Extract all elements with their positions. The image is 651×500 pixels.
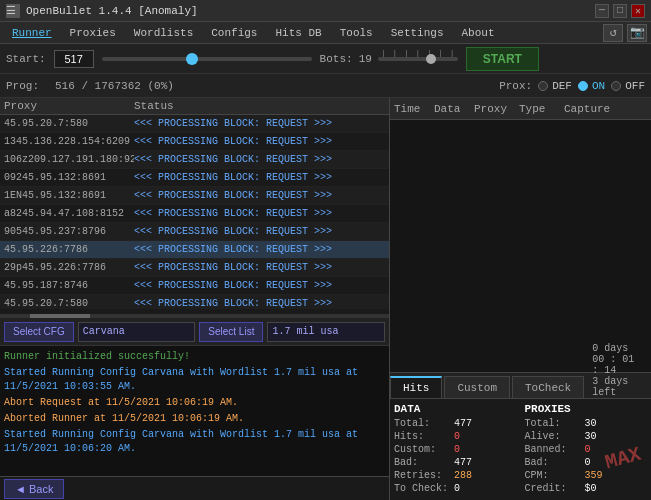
- menu-item-wordlists[interactable]: Wordlists: [126, 23, 201, 43]
- table-row: 45.95.187:8746<<< PROCESSING BLOCK: REQU…: [0, 277, 389, 295]
- log-line: Runner initialized succesfully!: [4, 350, 385, 364]
- tab-custom[interactable]: Custom: [444, 376, 510, 398]
- data-stats-title: DATA: [394, 403, 517, 415]
- proxy-off-option[interactable]: OFF: [611, 80, 645, 92]
- def-label: DEF: [552, 80, 572, 92]
- table-row: 45.95.226:7786<<< PROCESSING BLOCK: REQU…: [0, 241, 389, 259]
- stat-hits: Hits: 0: [394, 431, 517, 442]
- table-row: 45.95.20.7:580<<< PROCESSING BLOCK: REQU…: [0, 115, 389, 133]
- timer-display: 0 days 00 : 01 : 14 3 days left: [586, 343, 651, 398]
- close-button[interactable]: ✕: [631, 4, 645, 18]
- stat-total-label: Total:: [394, 418, 454, 429]
- prog-value: 516 / 1767362 (0%): [55, 80, 174, 92]
- proxy-stat-alive: Alive: 30: [525, 431, 648, 442]
- menu-item-about[interactable]: About: [454, 23, 503, 43]
- status-col-header: Status: [134, 100, 385, 112]
- proxy-scroll[interactable]: [0, 314, 389, 318]
- table-row: 90545.95.237:8796<<< PROCESSING BLOCK: R…: [0, 223, 389, 241]
- main-content: Proxy Status 45.95.20.7:580<<< PROCESSIN…: [0, 98, 651, 500]
- log-line: Aborted Runner at 11/5/2021 10:06:19 AM.: [4, 412, 385, 426]
- stat-tocheck-value: 0: [454, 483, 460, 494]
- def-radio[interactable]: [538, 81, 548, 91]
- off-radio[interactable]: [611, 81, 621, 91]
- menu-item-proxies[interactable]: Proxies: [62, 23, 124, 43]
- menu-item-runner[interactable]: Runner: [4, 23, 60, 43]
- proxy-credit-label: Credit:: [525, 483, 585, 494]
- stat-retries-value: 288: [454, 470, 472, 481]
- data-col-header: Data: [434, 103, 474, 115]
- results-header: Time Data Proxy Type Capture: [390, 98, 651, 120]
- menu-item-configs[interactable]: Configs: [203, 23, 265, 43]
- menu-item-tools[interactable]: Tools: [332, 23, 381, 43]
- minimize-button[interactable]: ─: [595, 4, 609, 18]
- right-bottom: Hits Custom ToCheck 0 days 00 : 01 : 14 …: [390, 372, 651, 500]
- right-panel: Time Data Proxy Type Capture Hits Custom…: [390, 98, 651, 500]
- stat-hits-value: 0: [454, 431, 460, 442]
- stat-retries-label: Retries:: [394, 470, 454, 481]
- type-col-header: Type: [519, 103, 564, 115]
- stat-hits-label: Hits:: [394, 431, 454, 442]
- menu-item-settings[interactable]: Settings: [383, 23, 452, 43]
- proxy-table-header: Proxy Status: [0, 98, 389, 115]
- tabs-row: Hits Custom ToCheck 0 days 00 : 01 : 14 …: [390, 373, 651, 399]
- proxy-rows: 45.95.20.7:580<<< PROCESSING BLOCK: REQU…: [0, 115, 389, 309]
- off-label: OFF: [625, 80, 645, 92]
- stat-bad-label: Bad:: [394, 457, 454, 468]
- proxy-alive-value: 30: [585, 431, 597, 442]
- proxy-on-option[interactable]: ON: [578, 80, 605, 92]
- proxy-stats-title: PROXIES: [525, 403, 648, 415]
- start-label: Start:: [6, 53, 46, 65]
- select-list-button[interactable]: Select List: [199, 322, 263, 342]
- title-bar: ☰ OpenBullet 1.4.4 [Anomaly] ─ □ ✕: [0, 0, 651, 22]
- proxy-table: Proxy Status 45.95.20.7:580<<< PROCESSIN…: [0, 98, 389, 314]
- stat-bad-value: 477: [454, 457, 472, 468]
- proxy-def-option[interactable]: DEF: [538, 80, 572, 92]
- bottom-nav: ◄ Back: [0, 476, 389, 500]
- capture-col-header: Capture: [564, 103, 647, 115]
- camera-icon[interactable]: 📷: [627, 24, 647, 42]
- progress-slider-thumb[interactable]: [186, 53, 198, 65]
- on-radio[interactable]: [578, 81, 588, 91]
- select-cfg-button[interactable]: Select CFG: [4, 322, 74, 342]
- start-button[interactable]: START: [466, 47, 539, 71]
- tab-tocheck[interactable]: ToCheck: [512, 376, 584, 398]
- start-input[interactable]: [54, 50, 94, 68]
- progress-slider[interactable]: [102, 57, 312, 61]
- timer-time: 0 days 00 : 01 : 14: [592, 343, 645, 376]
- table-row: 1EN45.95.132:8691<<< PROCESSING BLOCK: R…: [0, 187, 389, 205]
- stat-custom-value: 0: [454, 444, 460, 455]
- proxy-total-label: Total:: [525, 418, 585, 429]
- refresh-icon[interactable]: ↺: [603, 24, 623, 42]
- bots-slider-thumb[interactable]: [426, 54, 436, 64]
- stat-total-value: 477: [454, 418, 472, 429]
- proxy-scroll-thumb[interactable]: [30, 314, 90, 318]
- prox-label: Prox:: [499, 80, 532, 92]
- cfg-value: Carvana: [78, 322, 196, 342]
- results-area: [390, 120, 651, 372]
- proxy-bad-value: 0: [585, 457, 591, 468]
- progress-slider-container: [102, 57, 312, 61]
- menu-item-hitsdb[interactable]: Hits DB: [267, 23, 329, 43]
- proxy-banned-label: Banned:: [525, 444, 585, 455]
- proxy-cpm-label: CPM:: [525, 470, 585, 481]
- config-row: Select CFG Carvana Select List 1.7 mil u…: [0, 318, 389, 346]
- proxy-stat-total: Total: 30: [525, 418, 648, 429]
- proxy-cpm-value: 359: [585, 470, 603, 481]
- proxy-col-header: Proxy: [4, 100, 134, 112]
- proxy-credit-value: $0: [585, 483, 597, 494]
- log-line: Started Running Config Carvana with Word…: [4, 366, 385, 394]
- bots-slider[interactable]: [378, 57, 458, 61]
- proxy-stat-credit: Credit: $0: [525, 483, 648, 494]
- tab-hits[interactable]: Hits: [390, 376, 442, 398]
- stat-custom: Custom: 0: [394, 444, 517, 455]
- back-button[interactable]: ◄ Back: [4, 479, 64, 499]
- stat-tocheck: To Check: 0: [394, 483, 517, 494]
- table-row: a8245.94.47.108:8152<<< PROCESSING BLOCK…: [0, 205, 389, 223]
- log-area: Runner initialized succesfully!Started R…: [0, 346, 389, 476]
- table-row: 29p45.95.226:7786<<< PROCESSING BLOCK: R…: [0, 259, 389, 277]
- table-row: 45.95.20.7:580<<< PROCESSING BLOCK: REQU…: [0, 295, 389, 309]
- maximize-button[interactable]: □: [613, 4, 627, 18]
- time-col-header: Time: [394, 103, 434, 115]
- log-line: Started Running Config Carvana with Word…: [4, 428, 385, 456]
- proxy-stat-cpm: CPM: 359: [525, 470, 648, 481]
